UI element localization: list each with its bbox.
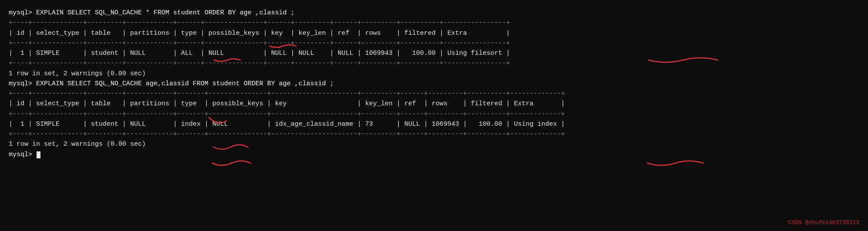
terminal-line-border3: +----+-------------+---------+----------… — [9, 58, 859, 68]
terminal-line-border2: +----+-------------+---------+----------… — [9, 38, 859, 48]
terminal-line-prompt: mysql> — [9, 150, 859, 160]
terminal-line-header1: | id | select_type | table | partitions … — [9, 28, 859, 38]
terminal-output: mysql> EXPLAIN SELECT SQL_NO_CACHE * FRO… — [9, 8, 859, 160]
terminal-line-border1: +----+-------------+---------+----------… — [9, 18, 859, 28]
terminal-line-border5: +----+-------------+---------+----------… — [9, 109, 859, 119]
terminal-line-data2: | 1 | SIMPLE | student | NULL | index | … — [9, 119, 859, 129]
terminal-line-border4: +----+-------------+---------+----------… — [9, 89, 859, 99]
terminal-line-info2: 1 row in set, 2 warnings (0.00 sec) — [9, 139, 859, 149]
cursor — [37, 151, 40, 158]
terminal-line-border6: +----+-------------+---------+----------… — [9, 129, 859, 139]
terminal-line-cmd1: mysql> EXPLAIN SELECT SQL_NO_CACHE * FRO… — [9, 8, 859, 18]
terminal-line-header2: | id | select_type | table | partitions … — [9, 99, 859, 109]
terminal-line-info1: 1 row in set, 2 warnings (0.00 sec) — [9, 69, 859, 79]
watermark: CSDN @zhufei463738313 — [788, 219, 859, 226]
terminal-line-data1: | 1 | SIMPLE | student | NULL | ALL | NU… — [9, 48, 859, 58]
terminal-line-cmd2: mysql> EXPLAIN SELECT SQL_NO_CACHE age,c… — [9, 79, 859, 89]
